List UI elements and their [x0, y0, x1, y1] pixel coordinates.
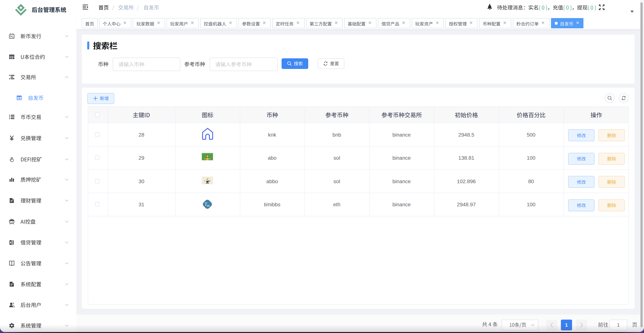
svg-text:m: m [207, 204, 210, 208]
